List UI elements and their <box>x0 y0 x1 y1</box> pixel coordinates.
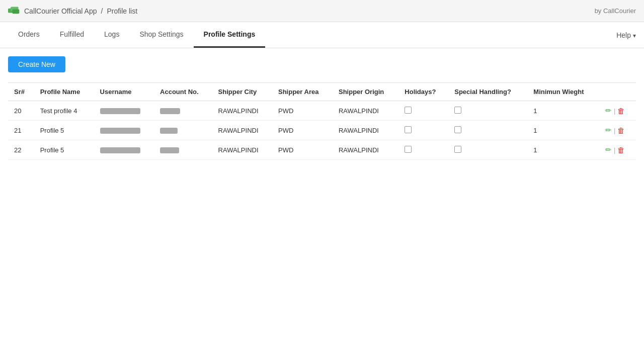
cell-shipper-origin: RAWALPINDI <box>333 121 398 140</box>
username-blurred <box>100 147 140 153</box>
tab-orders[interactable]: Orders <box>8 22 50 48</box>
app-identity: CallCourier Official App / Profile list <box>8 7 137 16</box>
cell-min-weight: 1 <box>527 121 599 140</box>
cell-holidays <box>398 121 448 140</box>
col-sr: Sr# <box>8 83 34 101</box>
separator: | <box>614 107 615 115</box>
top-bar: CallCourier Official App / Profile list … <box>0 0 644 22</box>
separator: | <box>614 146 615 154</box>
cell-actions: ✏ | 🗑 <box>599 140 636 160</box>
col-special-handling: Special Handling? <box>448 83 527 101</box>
col-shipper-area: Shipper Area <box>272 83 333 101</box>
cell-shipper-area: PWD <box>272 121 333 140</box>
special-handling-checkbox[interactable] <box>454 107 461 114</box>
account-blurred <box>160 108 180 114</box>
col-account-no: Account No. <box>154 83 212 101</box>
help-menu[interactable]: Help <box>616 31 636 39</box>
by-label: by CallCourier <box>595 7 636 15</box>
col-holidays: Holidays? <box>398 83 448 101</box>
cell-sr: 21 <box>8 121 34 140</box>
special-handling-checkbox[interactable] <box>454 126 461 133</box>
cell-min-weight: 1 <box>527 140 599 160</box>
tab-profile-settings[interactable]: Profile Settings <box>194 22 266 48</box>
cell-actions: ✏ | 🗑 <box>599 121 636 140</box>
action-buttons: ✏ | 🗑 <box>605 145 630 154</box>
cell-username <box>94 121 154 140</box>
page-title: Profile list <box>107 7 137 15</box>
col-shipper-origin: Shipper Origin <box>333 83 398 101</box>
cell-min-weight: 1 <box>527 101 599 121</box>
cell-special-handling <box>448 101 527 121</box>
separator: | <box>614 127 615 134</box>
cell-profile-name: Profile 5 <box>34 121 94 140</box>
col-username: Username <box>94 83 154 101</box>
cell-actions: ✏ | 🗑 <box>599 101 636 121</box>
special-handling-checkbox[interactable] <box>454 146 461 153</box>
username-blurred <box>100 108 140 114</box>
cell-holidays <box>398 101 448 121</box>
tab-logs[interactable]: Logs <box>94 22 129 48</box>
svg-rect-2 <box>13 9 20 14</box>
cell-shipper-origin: RAWALPINDI <box>333 140 398 160</box>
col-shipper-city: Shipper City <box>212 83 272 101</box>
cell-shipper-city: RAWALPINDI <box>212 140 272 160</box>
cell-shipper-origin: RAWALPINDI <box>333 101 398 121</box>
help-label: Help <box>616 31 631 39</box>
cell-holidays <box>398 140 448 160</box>
tab-fulfilled[interactable]: Fulfilled <box>50 22 94 48</box>
cell-profile-name: Profile 5 <box>34 140 94 160</box>
delete-icon[interactable]: 🗑 <box>617 107 625 115</box>
action-buttons: ✏ | 🗑 <box>605 106 630 115</box>
tab-shop-settings[interactable]: Shop Settings <box>129 22 193 48</box>
cell-sr: 20 <box>8 101 34 121</box>
table-row: 22 Profile 5 RAWALPINDI PWD RAWALPINDI 1… <box>8 140 636 160</box>
cell-account-no <box>154 121 212 140</box>
edit-icon[interactable]: ✏ <box>605 145 612 154</box>
holidays-checkbox[interactable] <box>405 126 412 133</box>
table-header-row: Sr# Profile Name Username Account No. Sh… <box>8 83 636 101</box>
action-buttons: ✏ | 🗑 <box>605 126 630 135</box>
account-blurred <box>160 147 179 153</box>
nav-bar: Orders Fulfilled Logs Shop Settings Prof… <box>0 22 644 48</box>
table-row: 21 Profile 5 RAWALPINDI PWD RAWALPINDI 1… <box>8 121 636 140</box>
account-blurred <box>160 128 178 134</box>
col-profile-name: Profile Name <box>34 83 94 101</box>
edit-icon[interactable]: ✏ <box>605 106 612 115</box>
cell-special-handling <box>448 140 527 160</box>
col-actions <box>599 83 636 101</box>
create-new-button[interactable]: Create New <box>8 56 65 72</box>
chevron-down-icon <box>633 31 636 39</box>
cell-account-no <box>154 140 212 160</box>
cell-username <box>94 140 154 160</box>
cell-sr: 22 <box>8 140 34 160</box>
cell-username <box>94 101 154 121</box>
holidays-checkbox[interactable] <box>405 107 412 114</box>
main-content: Create New Sr# Profile Name Username Acc… <box>0 48 644 168</box>
breadcrumb-separator: / <box>101 7 103 15</box>
app-logo-icon <box>8 7 20 16</box>
cell-special-handling <box>448 121 527 140</box>
delete-icon[interactable]: 🗑 <box>617 126 625 135</box>
col-min-weight: Minimun Wieght <box>527 83 599 101</box>
edit-icon[interactable]: ✏ <box>605 126 612 135</box>
holidays-checkbox[interactable] <box>405 146 412 153</box>
cell-shipper-area: PWD <box>272 140 333 160</box>
cell-profile-name: Test profile 4 <box>34 101 94 121</box>
nav-tabs: Orders Fulfilled Logs Shop Settings Prof… <box>8 22 265 48</box>
profiles-table: Sr# Profile Name Username Account No. Sh… <box>8 82 636 160</box>
username-blurred <box>100 128 140 134</box>
cell-account-no <box>154 101 212 121</box>
cell-shipper-city: RAWALPINDI <box>212 101 272 121</box>
delete-icon[interactable]: 🗑 <box>617 146 625 154</box>
table-row: 20 Test profile 4 RAWALPINDI PWD RAWALPI… <box>8 101 636 121</box>
cell-shipper-city: RAWALPINDI <box>212 121 272 140</box>
app-name: CallCourier Official App <box>24 7 97 15</box>
cell-shipper-area: PWD <box>272 101 333 121</box>
